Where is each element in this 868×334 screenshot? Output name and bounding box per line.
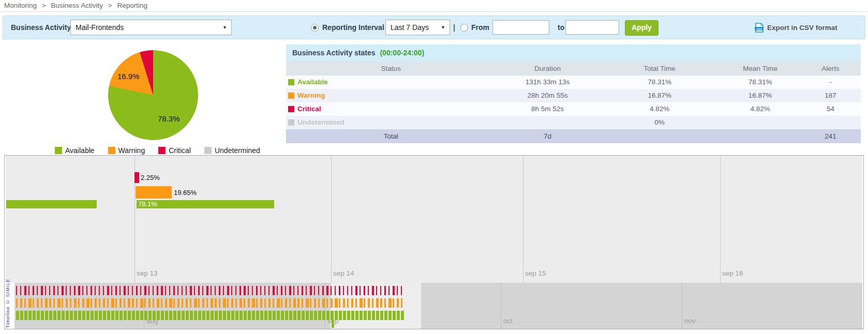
overview-tick	[281, 311, 284, 320]
overview-tick	[335, 286, 336, 295]
overview-tick	[190, 298, 191, 308]
total-time-value: 78.31%	[599, 75, 720, 89]
overview-tick	[264, 311, 267, 320]
timeline-main-band[interactable]: sep 13 sep 14 sep 15 sep 16 2.25% 19.65%…	[6, 156, 862, 283]
overview-tick	[289, 298, 291, 308]
overview-tick	[161, 286, 163, 295]
overview-tick	[347, 298, 349, 308]
table-row-critical: Critical 8h 5m 52s 4.82% 4.82% 54	[286, 102, 861, 116]
legend-label: Available	[65, 146, 95, 155]
overview-tick	[177, 298, 179, 308]
overview-tick	[169, 311, 172, 320]
overview-tick	[273, 311, 276, 320]
critical-swatch-icon	[158, 147, 166, 154]
overview-tick	[380, 286, 381, 295]
reporting-interval-radio[interactable]	[311, 24, 319, 32]
toolbar-separator: |	[453, 16, 455, 39]
export-csv-label[interactable]: Export in CSV format	[767, 24, 837, 32]
overview-tick	[37, 311, 40, 320]
overview-tick	[16, 286, 17, 295]
overview-tick	[227, 311, 230, 320]
timeline-bar-available[interactable]: 78.1%	[137, 200, 274, 208]
duration-value: 28h 20m 55s	[496, 89, 600, 102]
timeline-bar-critical[interactable]	[134, 172, 139, 183]
timeline-credit: Timeline © SIMILE	[5, 279, 10, 328]
overview-tick	[49, 311, 52, 320]
day-label: sep 15	[525, 269, 546, 277]
breadcrumb: Monitoring > Business Activity > Reporti…	[4, 2, 151, 9]
overview-tick	[33, 311, 36, 320]
overview-tick	[119, 286, 121, 295]
overview-tick	[111, 286, 112, 295]
legend-label: Critical	[169, 146, 191, 155]
status-name: Available	[297, 75, 328, 89]
overview-tick	[99, 311, 102, 320]
overview-tick	[277, 286, 278, 295]
overview-tick	[372, 286, 374, 295]
total-time-value: 0%	[599, 116, 720, 129]
states-table-title: Business Activity states (00:00-24:00)	[286, 44, 861, 62]
overview-tick	[314, 311, 317, 320]
from-date-input[interactable]	[492, 20, 549, 35]
overview-tick	[119, 311, 123, 320]
overview-tick	[380, 298, 382, 308]
timeline-overview-band[interactable]: aug sep oct nov	[14, 283, 862, 329]
interval-select[interactable]: Last 7 Days ▼	[385, 20, 450, 35]
overview-tick	[144, 311, 147, 320]
reporting-page: Monitoring > Business Activity > Reporti…	[0, 0, 868, 334]
overview-tick	[41, 286, 43, 295]
chevron-down-icon: ▼	[441, 20, 445, 35]
overview-tick	[388, 298, 392, 308]
overview-tick	[223, 311, 226, 320]
business-activity-select[interactable]: Mail-Frontends ▼	[70, 20, 232, 35]
csv-file-icon[interactable]: csv	[754, 23, 764, 33]
overview-tick	[244, 311, 247, 320]
overview-tick	[28, 286, 29, 295]
overview-tick	[132, 286, 133, 295]
overview-tick	[231, 298, 233, 308]
column-header-total-time: Total Time	[599, 62, 720, 75]
breadcrumb-reporting[interactable]: Reporting	[117, 2, 147, 9]
overview-tick	[136, 298, 138, 308]
mean-time-value: 4.82%	[720, 102, 801, 116]
overview-tick	[231, 286, 232, 295]
overview-tick	[297, 311, 301, 320]
breadcrumb-monitoring[interactable]: Monitoring	[4, 2, 37, 9]
to-date-input[interactable]	[565, 20, 619, 35]
month-label: nov	[684, 317, 696, 325]
overview-tick	[45, 286, 46, 295]
overview-tick	[252, 286, 253, 295]
overview-tick	[223, 286, 224, 295]
overview-tick	[227, 298, 229, 308]
overview-tick	[277, 298, 280, 308]
warning-bar-label: 19.65%	[174, 189, 197, 196]
duration-value	[496, 116, 600, 129]
overview-tick	[45, 298, 48, 308]
overview-tick	[322, 311, 325, 320]
overview-tick	[326, 286, 328, 295]
overview-tick	[380, 311, 383, 320]
legend-item-warning: Warning	[108, 146, 145, 155]
overview-tick	[173, 298, 175, 308]
warning-swatch-icon	[288, 93, 294, 99]
overview-tick	[53, 311, 56, 320]
breadcrumb-business-activity[interactable]: Business Activity	[51, 2, 103, 9]
export-csv-link[interactable]: csv Export in CSV format	[754, 16, 837, 39]
overview-tick	[235, 286, 236, 295]
overview-tick	[144, 286, 146, 295]
timeline-bar-available-previous[interactable]	[6, 200, 97, 208]
overview-tick	[148, 286, 149, 295]
overview-tick	[78, 311, 81, 320]
custom-range-radio[interactable]	[460, 24, 468, 32]
timeline-bar-warning[interactable]	[136, 186, 172, 199]
overview-tick	[28, 311, 32, 320]
overview-tick	[161, 298, 162, 308]
apply-button[interactable]: Apply	[625, 20, 659, 36]
overview-tick	[252, 311, 255, 320]
overview-tick	[289, 311, 292, 320]
overview-tick	[260, 311, 263, 320]
table-row-available: Available 131h 33m 13s 78.31% 78.31% -	[286, 75, 861, 89]
overview-tick	[165, 286, 166, 295]
overview-tick	[136, 286, 138, 295]
overview-tick	[314, 286, 315, 295]
